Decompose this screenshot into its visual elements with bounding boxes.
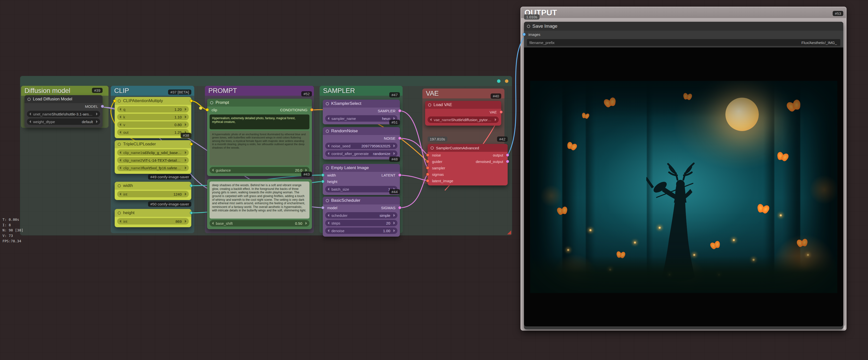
clip-output-port[interactable] [190, 99, 193, 102]
generated-image[interactable] [530, 81, 837, 293]
decrement-arrow[interactable] [120, 123, 121, 126]
widget-sampler-name[interactable]: sampler_name heun [325, 115, 397, 122]
widget-noise-seed[interactable]: noise_seed 20977959632025 [325, 143, 397, 149]
node-title-bar[interactable]: RandomNoise [323, 127, 400, 135]
group-workflow-titlebar[interactable] [20, 76, 512, 86]
widget-guidance[interactable]: guidance 20.0 [210, 167, 309, 173]
node-sampler-custom-advanced[interactable]: #42 197.810s SamplerCustomAdvanced noise… [428, 144, 508, 185]
increment-arrow[interactable] [394, 144, 395, 147]
group-eye-icon[interactable] [497, 79, 500, 83]
decrement-arrow[interactable] [212, 169, 214, 172]
widget-clip-name2[interactable]: clip_name2 ViT-L-14-TEXT-detail-impr... [117, 157, 189, 163]
decrement-arrow[interactable] [328, 188, 329, 191]
decrement-arrow[interactable] [328, 229, 329, 232]
increment-arrow[interactable] [394, 152, 395, 155]
group-prompt-titlebar[interactable]: PROMPT [205, 86, 314, 96]
sigmas-output-port[interactable] [398, 206, 401, 209]
node-title-bar[interactable]: Prompt [207, 99, 312, 107]
node-width[interactable]: #49 comfy-image-saver width int 1240 [115, 182, 191, 200]
node-ksampler-select[interactable]: #47 KSamplerSelect SAMPLER sampler_name … [323, 100, 400, 124]
conditioning-output-port[interactable] [310, 108, 313, 112]
height-input-port[interactable] [321, 180, 324, 183]
node-title-bar[interactable]: SamplerCustomAdvanced [428, 144, 508, 152]
decrement-arrow[interactable] [120, 220, 121, 223]
increment-arrow[interactable] [96, 113, 98, 116]
decrement-arrow[interactable] [430, 118, 432, 121]
model-input-port[interactable] [321, 206, 324, 209]
widget-int[interactable]: int 1240 [117, 191, 189, 197]
increment-arrow[interactable] [185, 220, 186, 223]
model-output-port[interactable] [101, 105, 104, 108]
widget-filename-prefix[interactable]: filename_prefix Flux/Aesthetic/_IMG_ [527, 39, 840, 46]
decrement-arrow[interactable] [328, 221, 329, 224]
increment-arrow[interactable] [394, 229, 395, 232]
node-title-bar[interactable]: Load VAE [425, 101, 501, 109]
collapse-icon[interactable] [527, 25, 530, 28]
widget-v[interactable]: v 0.80 [117, 121, 189, 128]
widget-vae-name[interactable]: vae_name Shuttle\diffusion_pytorch_mo... [428, 116, 499, 123]
decrement-arrow[interactable] [120, 167, 121, 169]
collapse-icon[interactable] [326, 129, 329, 133]
widget-q[interactable]: q 1.20 [117, 106, 189, 113]
node-random-noise[interactable]: #51 RandomNoise NOISE noise_seed 2097795… [323, 127, 400, 159]
node-title-bar[interactable]: Load Diffusion Model [25, 95, 102, 103]
decrement-arrow[interactable] [29, 120, 31, 123]
increment-arrow[interactable] [306, 169, 307, 172]
decrement-arrow[interactable] [212, 222, 214, 225]
widget-base-shift[interactable]: base_shift 0.50 [210, 220, 309, 227]
images-input-port[interactable] [523, 33, 526, 36]
node-save-image[interactable]: #53 1.010s Save Image images filename_pr… [524, 22, 843, 329]
widget-weight-dtype[interactable]: weight_dtype default [27, 118, 100, 125]
int-output-port[interactable] [190, 184, 193, 187]
node-title-bar[interactable]: Save Image [524, 22, 843, 31]
prompt-textarea-continued[interactable]: deep shadows of the woods. Behind her is… [210, 181, 309, 218]
collapse-icon[interactable] [210, 101, 213, 104]
widget-clip-name3[interactable]: clip_name3 flux\t5xxl_fp16.safetensors [117, 165, 189, 171]
clip-input-port[interactable] [206, 108, 209, 112]
increment-arrow[interactable] [185, 151, 186, 154]
node-title-bar[interactable]: BasicScheduler [323, 197, 400, 205]
node-title-bar[interactable]: TripleCLIPLoader [115, 140, 191, 148]
decrement-arrow[interactable] [120, 159, 121, 162]
noise-output-port[interactable] [398, 137, 401, 140]
node-basic-scheduler[interactable]: #44 BasicScheduler model SIGMAS schedule… [323, 197, 400, 237]
widget-out[interactable]: out 1.25 [117, 129, 189, 136]
increment-arrow[interactable] [394, 221, 395, 224]
collapse-icon[interactable] [118, 184, 121, 187]
width-input-port[interactable] [321, 174, 324, 177]
increment-arrow[interactable] [306, 222, 307, 225]
output-port[interactable] [506, 154, 509, 157]
sigmas-input-port[interactable] [426, 173, 429, 176]
decrement-arrow[interactable] [120, 151, 121, 154]
node-title-bar[interactable]: CLIPAttentionMultiply [115, 97, 191, 105]
node-prompt[interactable]: #52 Prompt clip CONDITIONING Hyperrealis… [207, 99, 312, 176]
collapse-icon[interactable] [118, 143, 121, 146]
widget-clip-name1[interactable]: clip_name1 sd3\clip_g_sdxl_base.safete..… [117, 149, 189, 156]
collapse-icon[interactable] [431, 146, 434, 150]
node-title-bar[interactable]: KSamplerSelect [323, 100, 400, 108]
increment-arrow[interactable] [185, 192, 186, 196]
decrement-arrow[interactable] [328, 117, 329, 120]
increment-arrow[interactable] [185, 159, 186, 162]
group-edit-icon[interactable] [505, 79, 508, 83]
widget-scheduler[interactable]: scheduler simple [325, 212, 397, 218]
decrement-arrow[interactable] [120, 108, 121, 111]
clip-output-port[interactable] [190, 143, 193, 146]
collapse-icon[interactable] [118, 211, 121, 215]
prompt-textarea-t5[interactable]: A hyperrealistic photo of an enchanting … [210, 131, 309, 166]
decrement-arrow[interactable] [328, 152, 329, 155]
increment-arrow[interactable] [185, 116, 186, 118]
increment-arrow[interactable] [495, 118, 496, 121]
collapse-icon[interactable] [326, 102, 329, 105]
clip-input-port[interactable] [113, 99, 116, 102]
decrement-arrow[interactable] [328, 214, 329, 217]
decrement-arrow[interactable] [120, 131, 121, 134]
collapse-icon[interactable] [27, 98, 31, 101]
widget-control-after-generate[interactable]: control_after_generate randomize [325, 150, 397, 157]
noise-input-port[interactable] [426, 154, 429, 157]
widget-unet-name[interactable]: unet_name Shuttle\shuttle-3.1-aestheti..… [27, 111, 100, 117]
widget-denoise[interactable]: denoise 1.00 [325, 228, 397, 234]
node-title-bar[interactable]: height [115, 209, 191, 217]
collapse-icon[interactable] [118, 99, 121, 102]
sampler-input-port[interactable] [426, 167, 429, 170]
